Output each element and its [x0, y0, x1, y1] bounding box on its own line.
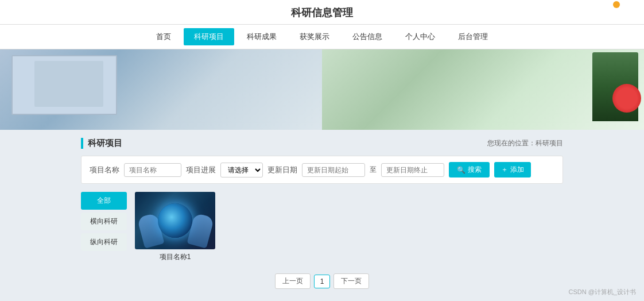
app-title-bar: 科研信息管理 — [0, 0, 644, 25]
project-name-label: 项目名称 — [90, 165, 119, 175]
minimize-btn[interactable] — [613, 1, 620, 8]
filter-horizontal[interactable]: 横向科研 — [81, 213, 127, 230]
filter-vertical[interactable]: 纵向科研 — [81, 233, 127, 251]
section-header: 科研项目 您现在的位置：科研项目 — [81, 138, 563, 149]
filter-all[interactable]: 全部 — [81, 192, 127, 210]
watermark: CSDN @计算机_设计书 — [568, 288, 636, 296]
filter-sidebar: 全部 横向科研 纵向科研 — [81, 192, 127, 262]
items-grid: 项目名称1 — [135, 192, 563, 262]
hero-right-image — [322, 49, 644, 130]
update-date-label: 更新日期 — [267, 165, 297, 175]
project-card-image — [135, 192, 215, 249]
nav-awards[interactable]: 获奖展示 — [289, 28, 340, 45]
search-button[interactable]: 🔍 搜索 — [449, 162, 490, 177]
search-bar: 项目名称 项目进展 请选择 更新日期 至 🔍 搜索 ＋ 添加 — [81, 156, 563, 184]
nav-admin[interactable]: 后台管理 — [448, 28, 498, 45]
nav-home[interactable]: 首页 — [146, 28, 181, 45]
hero-banner — [0, 49, 644, 130]
hero-left-image — [0, 49, 322, 130]
app-title: 科研信息管理 — [291, 7, 353, 18]
nav-research-projects[interactable]: 科研项目 — [184, 28, 234, 45]
project-card-name: 项目名称1 — [135, 252, 215, 262]
nav-personal-center[interactable]: 个人中心 — [395, 28, 445, 45]
date-to-label: 至 — [370, 165, 377, 175]
pagination: 上一页 1 下一页 — [81, 273, 563, 297]
next-page-btn[interactable]: 下一页 — [333, 273, 369, 289]
current-page[interactable]: 1 — [314, 275, 331, 288]
nav-announcements[interactable]: 公告信息 — [342, 28, 393, 45]
project-progress-select[interactable]: 请选择 — [220, 163, 263, 177]
main-nav: 首页 科研项目 科研成果 获奖展示 公告信息 个人中心 后台管理 — [0, 25, 644, 49]
date-from-input[interactable] — [302, 163, 365, 177]
breadcrumb: 您现在的位置：科研项目 — [487, 138, 563, 148]
project-card[interactable]: 项目名称1 — [135, 192, 215, 262]
add-button[interactable]: ＋ 添加 — [494, 162, 531, 177]
nav-research-results[interactable]: 科研成果 — [236, 28, 287, 45]
main-content: 科研项目 您现在的位置：科研项目 项目名称 项目进展 请选择 更新日期 至 🔍 … — [69, 130, 575, 301]
search-icon: 🔍 — [457, 166, 465, 174]
globe-visual — [158, 203, 192, 238]
section-title: 科研项目 — [81, 138, 122, 149]
project-name-input[interactable] — [124, 163, 181, 177]
add-icon: ＋ — [501, 165, 508, 175]
date-to-input[interactable] — [381, 163, 444, 177]
prev-page-btn[interactable]: 上一页 — [275, 273, 311, 289]
project-progress-label: 项目进展 — [186, 165, 216, 175]
content-layout: 全部 横向科研 纵向科研 项目名称1 — [81, 192, 563, 262]
